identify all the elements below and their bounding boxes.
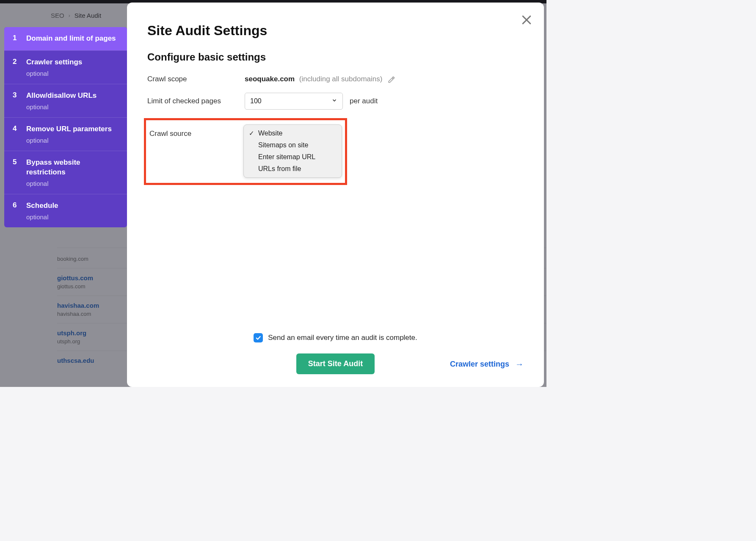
edit-scope-button[interactable] <box>388 76 395 83</box>
crawl-source-dropdown[interactable]: Website Sitemaps on site Enter sitemap U… <box>243 124 342 178</box>
step-optional-label: optional <box>26 180 119 187</box>
start-site-audit-button[interactable]: Start Site Audit <box>296 353 375 374</box>
step-optional-label: optional <box>26 103 119 110</box>
arrow-right-icon: → <box>515 359 524 369</box>
email-notify-label: Send an email every time an audit is com… <box>268 334 417 342</box>
step-schedule[interactable]: 6 Schedule optional <box>4 194 127 227</box>
crawl-scope-domain: seoquake.com <box>245 75 295 83</box>
crawl-scope-value-wrap: seoquake.com (including all subdomains) <box>245 75 395 83</box>
step-title: Schedule <box>26 201 119 211</box>
step-domain-pages[interactable]: 1 Domain and limit of pages <box>4 27 127 50</box>
limit-label: Limit of checked pages <box>147 97 245 105</box>
step-title: Remove URL parameters <box>26 124 119 134</box>
next-link-label: Crawler settings <box>450 359 509 368</box>
step-number: 2 <box>13 58 19 66</box>
modal-actions: Start Site Audit Crawler settings → <box>147 353 524 374</box>
email-notify-checkbox[interactable] <box>254 333 263 342</box>
source-option-website[interactable]: Website <box>244 127 342 139</box>
step-title: Bypass website restrictions <box>26 158 119 177</box>
step-title: Crawler settings <box>26 58 119 67</box>
close-button[interactable] <box>520 14 533 26</box>
site-audit-settings-modal: Site Audit Settings Configure basic sett… <box>127 3 544 387</box>
source-option-enter-sitemap-url[interactable]: Enter sitemap URL <box>244 151 342 163</box>
limit-row: Limit of checked pages 100 per audit <box>147 93 524 110</box>
step-number: 6 <box>13 201 19 210</box>
modal-footer: Send an email every time an audit is com… <box>147 333 524 374</box>
step-number: 1 <box>13 34 19 42</box>
crawl-source-highlight: Crawl source Website Sitemaps on site En… <box>144 118 347 185</box>
close-icon <box>520 14 533 26</box>
step-optional-label: optional <box>26 213 119 221</box>
crawl-scope-row: Crawl scope seoquake.com (including all … <box>147 75 524 83</box>
step-title: Allow/disallow URLs <box>26 91 119 101</box>
limit-pages-select[interactable]: 100 <box>245 93 343 110</box>
modal-subtitle: Configure basic settings <box>147 51 524 63</box>
step-optional-label: optional <box>26 70 119 77</box>
email-notify-row: Send an email every time an audit is com… <box>147 333 524 342</box>
step-allow-disallow[interactable]: 3 Allow/disallow URLs optional <box>4 84 127 117</box>
step-number: 5 <box>13 158 19 166</box>
wizard-step-sidebar: 1 Domain and limit of pages 2 Crawler se… <box>4 27 127 227</box>
crawl-source-label: Crawl source <box>149 130 247 138</box>
step-number: 3 <box>13 91 19 99</box>
limit-value: 100 <box>250 97 262 105</box>
modal-title: Site Audit Settings <box>147 23 524 39</box>
crawl-scope-note: (including all subdomains) <box>299 75 383 83</box>
pencil-icon <box>388 76 395 83</box>
step-title: Domain and limit of pages <box>26 34 119 44</box>
crawler-settings-link[interactable]: Crawler settings → <box>450 359 524 369</box>
source-option-urls-from-file[interactable]: URLs from file <box>244 163 342 175</box>
step-number: 4 <box>13 124 19 133</box>
source-option-sitemaps-on-site[interactable]: Sitemaps on site <box>244 139 342 151</box>
per-audit-label: per audit <box>350 97 378 105</box>
crawl-scope-label: Crawl scope <box>147 75 245 83</box>
step-remove-url-params[interactable]: 4 Remove URL parameters optional <box>4 117 127 151</box>
step-crawler-settings[interactable]: 2 Crawler settings optional <box>4 50 127 84</box>
step-bypass-restrictions[interactable]: 5 Bypass website restrictions optional <box>4 151 127 194</box>
step-optional-label: optional <box>26 137 119 144</box>
chevron-down-icon <box>331 97 337 105</box>
check-icon <box>255 335 261 341</box>
